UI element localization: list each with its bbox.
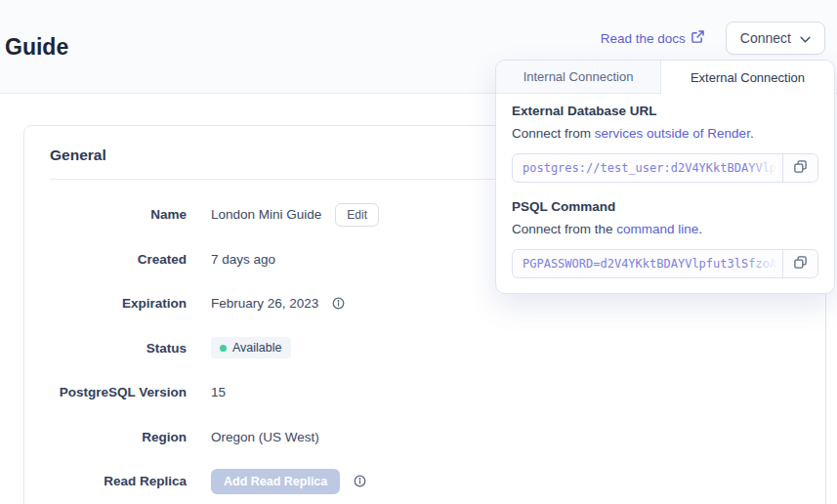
copy-icon — [793, 255, 808, 273]
services-outside-render-link[interactable]: services outside of Render — [595, 126, 750, 141]
page-title: Guide — [5, 34, 68, 61]
external-database-url-heading: External Database URL — [512, 104, 818, 118]
external-database-url-desc: Connect from services outside of Render. — [512, 126, 818, 141]
read-the-docs-link[interactable]: Read the docs — [601, 30, 704, 46]
row-status: Status Available — [50, 326, 800, 371]
psql-command-heading: PSQL Command — [512, 199, 818, 214]
psql-command-field — [513, 250, 782, 277]
external-database-url-field — [513, 154, 782, 182]
expiration-value: February 26, 2023 — [211, 296, 318, 311]
read-the-docs-label: Read the docs — [601, 31, 686, 46]
row-label: Created — [50, 252, 187, 267]
database-name-value: London Mini Guide — [211, 207, 321, 222]
row-read-replica: Read Replica Add Read Replica — [50, 459, 800, 504]
row-label: PostgreSQL Version — [50, 385, 187, 399]
psql-command-input[interactable] — [513, 250, 782, 277]
connect-panel-body: External Database URL Connect from servi… — [496, 94, 834, 293]
postgresql-version-value: 15 — [211, 385, 226, 399]
info-icon[interactable] — [354, 475, 366, 487]
add-read-replica-button[interactable]: Add Read Replica — [211, 469, 340, 494]
external-database-url-field-group — [512, 153, 818, 183]
copy-icon — [793, 159, 808, 177]
copy-external-url-button[interactable] — [782, 154, 817, 182]
copy-psql-command-button[interactable] — [782, 250, 817, 277]
external-link-icon — [691, 30, 704, 46]
status-badge-label: Available — [232, 341, 282, 355]
connect-button[interactable]: Connect — [726, 21, 825, 55]
psql-command-desc: Connect from the command line. — [512, 222, 818, 236]
created-value: 7 days ago — [211, 252, 275, 267]
status-badge: Available — [211, 337, 291, 358]
status-dot-icon — [220, 345, 227, 352]
external-database-url-input[interactable] — [513, 154, 782, 182]
row-label: Expiration — [50, 296, 187, 311]
top-bar-actions: Read the docs Connect — [601, 21, 825, 55]
chevron-down-icon — [800, 30, 811, 46]
row-label: Name — [50, 207, 187, 222]
psql-command-field-group — [512, 249, 818, 278]
tab-external-connection[interactable]: External Connection — [661, 61, 834, 94]
row-label: Region — [50, 430, 187, 444]
tab-internal-connection[interactable]: Internal Connection — [496, 61, 661, 94]
row-label: Status — [50, 341, 187, 356]
row-postgresql-version: PostgreSQL Version 15 — [50, 370, 800, 415]
edit-name-button[interactable]: Edit — [335, 203, 379, 227]
connect-button-label: Connect — [740, 30, 791, 46]
connect-dropdown-panel: Internal Connection External Connection … — [495, 60, 835, 294]
command-line-link[interactable]: command line — [616, 222, 698, 236]
region-value: Oregon (US West) — [211, 430, 319, 444]
row-label: Read Replica — [50, 474, 187, 488]
info-icon[interactable] — [332, 297, 345, 310]
row-region: Region Oregon (US West) — [50, 415, 800, 460]
connection-tabs: Internal Connection External Connection — [496, 61, 834, 94]
